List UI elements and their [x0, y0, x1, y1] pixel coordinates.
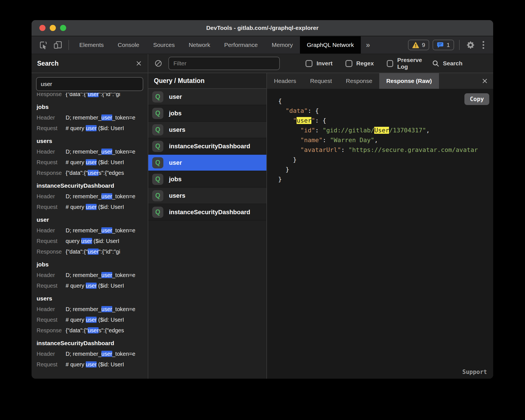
- search-result-row[interactable]: Request# query user ($id: UserI: [37, 280, 148, 291]
- match-highlight: user: [86, 125, 97, 131]
- messages-badge[interactable]: 1: [433, 40, 454, 50]
- query-item-jobs[interactable]: Qjobs: [148, 171, 266, 188]
- tab-performance[interactable]: Performance: [217, 36, 265, 54]
- result-group-title[interactable]: jobs: [37, 259, 148, 270]
- support-link[interactable]: Support: [462, 369, 487, 375]
- checkbox-box-preserve-log[interactable]: [387, 60, 393, 67]
- checkbox-regex[interactable]: Regex: [345, 60, 374, 67]
- detail-tab-headers[interactable]: Headers: [267, 73, 303, 89]
- result-text: {"data":{": [66, 327, 88, 333]
- query-item-user[interactable]: Quser: [148, 89, 266, 105]
- search-result-row[interactable]: HeaderD; remember_user_token=e: [37, 112, 148, 123]
- settings-gear-icon[interactable]: [465, 41, 476, 49]
- result-row-label: Header: [37, 270, 66, 280]
- close-detail-panel-icon[interactable]: [481, 78, 488, 84]
- query-item-instancesecuritydashboard[interactable]: QinstanceSecurityDashboard: [148, 138, 266, 155]
- zoom-window-button[interactable]: [60, 25, 66, 31]
- result-row-label: Request: [37, 236, 66, 246]
- result-group-title[interactable]: jobs: [37, 102, 148, 112]
- search-result-row[interactable]: HeaderD; remember_user_token=e: [37, 349, 148, 359]
- result-group-title[interactable]: instanceSecurityDashboard: [37, 338, 148, 349]
- detail-tab-request[interactable]: Request: [303, 73, 339, 89]
- device-toolbar-icon[interactable]: [53, 40, 63, 50]
- detail-tabs-inner: HeadersRequestResponseResponse (Raw): [267, 73, 439, 89]
- result-row-label: Header: [37, 225, 66, 236]
- json-punctuation: [278, 127, 300, 134]
- search-result-row[interactable]: Request# query user ($id: UserI: [37, 314, 148, 325]
- result-row-label: Response: [37, 246, 66, 257]
- checkbox-invert[interactable]: Invert: [306, 60, 332, 67]
- result-group-jobs: jobsHeaderD; remember_user_token=eReques…: [37, 259, 148, 291]
- tab-console[interactable]: Console: [111, 36, 146, 54]
- search-result-row[interactable]: Response{"data":{"user":{"id":"gi: [37, 93, 148, 99]
- result-row-label: Header: [37, 349, 66, 359]
- search-input[interactable]: [41, 81, 139, 87]
- result-group-title[interactable]: user: [37, 214, 148, 225]
- search-result-row[interactable]: HeaderD; remember_user_token=e: [37, 270, 148, 280]
- more-tabs-chevron-icon[interactable]: »: [361, 41, 375, 49]
- result-text: ":{"id":"gi: [99, 249, 120, 255]
- detail-tab-response-raw[interactable]: Response (Raw): [379, 73, 439, 89]
- search-result-row[interactable]: Request# query user ($id: UserI: [37, 123, 148, 133]
- query-item-instancesecuritydashboard[interactable]: QinstanceSecurityDashboard: [148, 204, 266, 221]
- result-row-value: {"data":{"user":{"id":"gi: [66, 246, 120, 257]
- checkbox-box-invert[interactable]: [306, 60, 312, 67]
- minimize-window-button[interactable]: [50, 25, 56, 31]
- message-count: 1: [447, 42, 450, 48]
- json-punctuation: :: [341, 146, 349, 153]
- tab-sources[interactable]: Sources: [146, 36, 182, 54]
- result-group-title[interactable]: instanceSecurityDashboard: [37, 180, 148, 191]
- result-text: _token=e: [112, 272, 135, 278]
- filter-input[interactable]: [168, 57, 280, 70]
- search-result-row[interactable]: HeaderD; remember_user_token=e: [37, 304, 148, 314]
- query-item-label: users: [169, 126, 185, 133]
- result-group-users: usersHeaderD; remember_user_token=eReque…: [37, 293, 148, 336]
- network-search-button[interactable]: Search: [432, 60, 462, 67]
- match-highlight: user: [86, 159, 97, 165]
- result-row-label: Request: [37, 202, 66, 212]
- checkbox-preserve-log[interactable]: Preserve Log: [387, 57, 432, 70]
- checkbox-box-regex[interactable]: [345, 60, 352, 67]
- clear-block-icon[interactable]: [153, 59, 164, 67]
- search-result-row[interactable]: Response{"data":{"user":{"id":"gi: [37, 246, 148, 257]
- result-row-value: {"data":{"user":{"id":"gi: [66, 93, 120, 99]
- match-highlight: user: [86, 317, 97, 323]
- query-item-jobs[interactable]: Qjobs: [148, 105, 266, 122]
- result-row-label: Response: [37, 325, 66, 336]
- match-highlight: user: [101, 227, 112, 233]
- query-item-users[interactable]: Qusers: [148, 122, 266, 138]
- search-result-row[interactable]: HeaderD; remember_user_token=e: [37, 146, 148, 157]
- close-window-button[interactable]: [39, 25, 46, 31]
- kebab-menu-icon[interactable]: [480, 41, 487, 49]
- warnings-badge[interactable]: 9: [408, 40, 429, 50]
- result-row-value: D; remember_user_token=e: [66, 270, 135, 280]
- result-group-title[interactable]: users: [37, 293, 148, 304]
- detail-panel: HeadersRequestResponseResponse (Raw) Cop…: [267, 73, 493, 379]
- detail-tab-response[interactable]: Response: [339, 73, 380, 89]
- search-result-row[interactable]: Request# query user ($id: UserI: [37, 157, 148, 168]
- query-item-user-selected[interactable]: Quser: [148, 155, 266, 171]
- search-result-row[interactable]: Request# query user ($id: UserI: [37, 359, 148, 370]
- tab-elements[interactable]: Elements: [72, 36, 111, 54]
- inspect-element-icon[interactable]: [39, 40, 48, 50]
- result-text: ($id: UserI: [97, 125, 124, 131]
- match-highlight: user: [86, 361, 97, 367]
- search-result-row[interactable]: HeaderD; remember_user_token=e: [37, 191, 148, 202]
- search-result-row[interactable]: Response{"data":{"users":{"edges: [37, 325, 148, 336]
- close-search-panel-icon[interactable]: [135, 60, 142, 67]
- tab-graphql-network[interactable]: GraphQL Network: [300, 36, 361, 54]
- result-text: D; remember_: [66, 227, 101, 233]
- result-group-title[interactable]: users: [37, 136, 148, 146]
- tab-network[interactable]: Network: [182, 36, 217, 54]
- result-row-value: # query user ($id: UserI: [66, 123, 124, 133]
- tab-memory[interactable]: Memory: [265, 36, 300, 54]
- search-result-row[interactable]: HeaderD; remember_user_token=e: [37, 225, 148, 236]
- search-result-row[interactable]: Response{"data":{"users":{"edges: [37, 168, 148, 178]
- search-result-row[interactable]: Requestquery user ($id: UserI: [37, 236, 148, 246]
- copy-button[interactable]: Copy: [464, 93, 489, 105]
- query-item-users[interactable]: Qusers: [148, 188, 266, 204]
- result-row-value: # query user ($id: UserI: [66, 202, 124, 212]
- search-result-row[interactable]: Request# query user ($id: UserI: [37, 202, 148, 212]
- result-text: s":{"edges: [99, 170, 124, 176]
- json-punctuation: [278, 146, 300, 153]
